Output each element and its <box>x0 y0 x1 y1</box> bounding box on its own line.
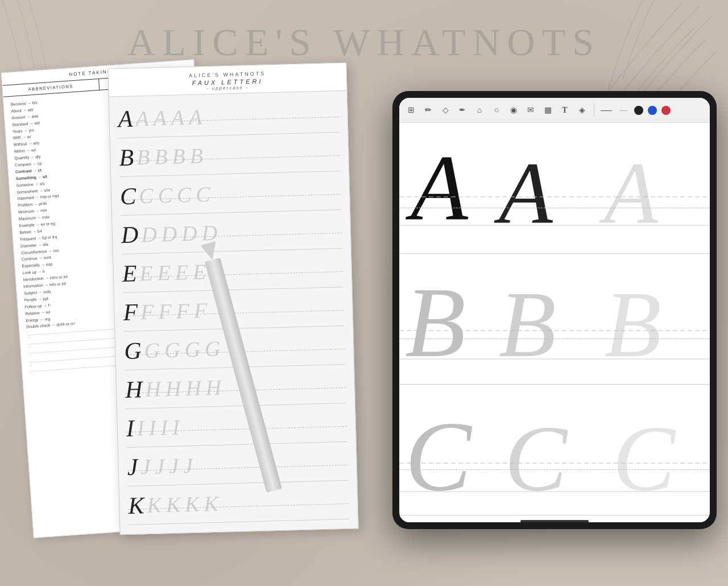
practice-letter-faded: I <box>148 415 156 440</box>
ipad-bottom-bar <box>399 515 710 522</box>
practice-letter-guide: G <box>124 337 142 365</box>
practice-letter-faded: J <box>140 453 151 478</box>
practice-letter-faded: J <box>155 453 165 478</box>
toolbar-icon-pen[interactable]: ✒ <box>456 104 469 117</box>
practice-letter-faded: K <box>147 492 162 518</box>
practice-letter-faded: L <box>195 530 207 535</box>
toolbar-color-black[interactable] <box>634 106 643 115</box>
practice-letter-faded: B <box>136 144 150 170</box>
toolbar-separator <box>594 104 594 117</box>
main-title: ALICE'S WHATNOTS <box>127 20 601 65</box>
toolbar-icon-grid2[interactable]: ▦ <box>541 104 554 117</box>
drawing-svg-a: A A A <box>399 123 710 254</box>
practice-letter-faded: L <box>145 531 158 535</box>
practice-letter-faded: J <box>183 452 193 477</box>
practice-row: DDDDD <box>121 210 342 254</box>
practice-letter-faded: C <box>176 181 192 207</box>
toolbar-color-blue[interactable] <box>648 106 657 115</box>
letter-b-guide: B <box>604 273 661 377</box>
toolbar-icon-grid[interactable]: ⊞ <box>405 104 417 117</box>
toolbar-icon-line2[interactable]: — <box>617 104 630 117</box>
practice-row: BBBBB <box>119 133 341 177</box>
drawing-row-c: C C C <box>399 385 710 515</box>
practice-letter-faded: I <box>172 414 180 439</box>
practice-paper: ALICE'S WHATNOTS FAUX LETTERI - uppercas… <box>107 63 358 535</box>
practice-letter-guide: E <box>122 259 137 287</box>
practice-letter-faded: L <box>178 530 191 535</box>
drawing-svg-b: B B B <box>399 254 710 385</box>
letter-b-drawn: B <box>405 267 466 378</box>
practice-row: AAAAA <box>118 94 340 138</box>
toolbar-icon-line[interactable]: — <box>600 104 613 117</box>
practice-letter-faded: G <box>184 336 201 362</box>
ipad: ⊞ ✏ ◇ ✒ ⌂ ○ ◉ ✉ ▦ T ◈ — — A <box>392 91 717 529</box>
practice-letter-guide: K <box>128 492 144 519</box>
practice-letter-faded: F <box>176 298 189 324</box>
practice-letter-faded: A <box>171 105 184 130</box>
practice-letter-faded: E <box>175 259 188 285</box>
letter-a-guide: A <box>599 144 659 242</box>
practice-letter-faded: E <box>139 260 153 286</box>
practice-letter-faded: B <box>154 143 168 169</box>
practice-letter-faded: G <box>164 337 181 362</box>
practice-letter-faded: H <box>145 376 162 402</box>
practice-letter-faded: C <box>158 182 173 208</box>
practice-letter-guide: C <box>120 182 136 210</box>
practice-letter-faded: E <box>157 259 171 285</box>
practice-letter-faded: A <box>153 105 167 130</box>
letter-c-guide: C <box>613 406 676 510</box>
practice-letter-faded: K <box>185 491 200 517</box>
practice-letter-faded: H <box>205 374 222 400</box>
practice-letter-guide: B <box>119 143 134 171</box>
letter-c-ref: C <box>504 406 568 510</box>
practice-row: IIIII <box>126 403 348 448</box>
practice-letter-faded: A <box>135 105 149 131</box>
practice-letter-faded: E <box>192 259 206 284</box>
practice-letter-guide: A <box>118 105 133 133</box>
toolbar-icon-shape[interactable]: ⌂ <box>473 104 486 117</box>
practice-letter-guide: F <box>123 298 138 326</box>
practice-letter-faded: F <box>158 298 172 324</box>
practice-letter-guide: H <box>125 375 143 403</box>
practice-letter-faded: B <box>189 143 203 168</box>
ipad-home-indicator <box>520 520 589 522</box>
letter-a-ref: A <box>494 144 553 242</box>
toolbar-icon-mail[interactable]: ✉ <box>524 104 537 117</box>
practice-letter-faded: D <box>181 220 198 246</box>
practice-letter-faded: A <box>188 104 202 130</box>
toolbar-icon-text[interactable]: T <box>559 104 571 117</box>
drawing-row-b: B B B <box>399 254 710 385</box>
practice-letter-faded: C <box>139 183 154 208</box>
practice-letter-faded: F <box>140 299 154 324</box>
practice-letter-guide: L <box>129 530 143 535</box>
practice-letter-faded: D <box>141 221 158 247</box>
ipad-drawing-area: A A A B B B <box>399 123 710 515</box>
practice-letter-faded: G <box>204 336 221 361</box>
toolbar-icon-pencil[interactable]: ✏ <box>422 104 435 117</box>
practice-letter-guide: D <box>121 221 139 249</box>
practice-letter-faded: H <box>165 375 181 401</box>
practice-letter-faded: G <box>144 337 160 363</box>
practice-row: KKKKK <box>128 481 350 525</box>
practice-letter-faded: L <box>162 530 174 535</box>
practice-letter-faded: B <box>172 143 185 169</box>
toolbar-icon-eye[interactable]: ◉ <box>507 104 520 117</box>
practice-row: EEEEE <box>122 249 344 293</box>
practice-letter-faded: F <box>193 298 207 323</box>
practice-letter-faded: I <box>136 415 144 440</box>
letter-b-ref: B <box>499 273 556 377</box>
toolbar-icon-diamond[interactable]: ◇ <box>439 104 452 117</box>
practice-letter-faded: H <box>185 375 202 401</box>
practice-letter-faded: I <box>160 415 168 440</box>
ipad-toolbar: ⊞ ✏ ◇ ✒ ⌂ ○ ◉ ✉ ▦ T ◈ — — <box>399 98 710 123</box>
practice-letter-faded: C <box>196 181 211 207</box>
practice-letter-faded: K <box>166 492 181 517</box>
toolbar-color-red[interactable] <box>661 106 671 115</box>
drawing-row-a: A A A <box>399 123 710 254</box>
toolbar-icon-circle[interactable]: ○ <box>490 104 503 117</box>
letter-c-drawn: C <box>405 401 473 511</box>
practice-letter-faded: K <box>204 490 219 516</box>
toolbar-icon-select[interactable]: ◈ <box>576 104 588 117</box>
ipad-screen: ⊞ ✏ ◇ ✒ ⌂ ○ ◉ ✉ ▦ T ◈ — — A <box>399 98 710 522</box>
letter-a-drawn: A <box>405 136 469 240</box>
